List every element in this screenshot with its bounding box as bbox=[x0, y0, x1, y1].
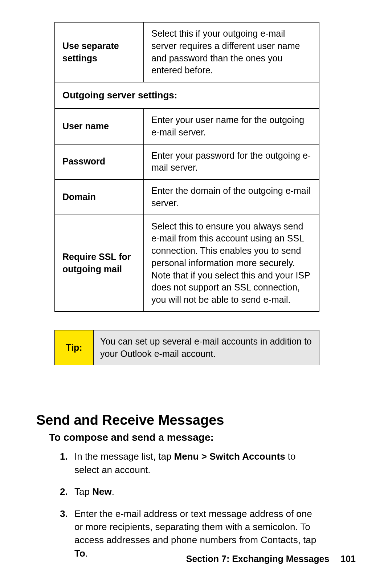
step-text-pre: Enter the e-mail address or text message… bbox=[74, 508, 316, 546]
step-number: 2. bbox=[60, 485, 68, 498]
list-item: 3. Enter the e-mail address or text mess… bbox=[60, 507, 318, 560]
footer-section: Section 7: Exchanging Messages bbox=[186, 554, 330, 564]
footer-page-number: 101 bbox=[340, 554, 356, 564]
steps-list: 1. In the message list, tap Menu > Switc… bbox=[60, 450, 318, 560]
step-number: 3. bbox=[60, 507, 68, 520]
tip-label: Tip: bbox=[55, 330, 94, 365]
table-row: Password Enter your password for the out… bbox=[55, 144, 319, 180]
step-text-pre: In the message list, tap bbox=[74, 451, 174, 462]
setting-description: Select this if your outgoing e-mail serv… bbox=[144, 22, 319, 82]
setting-description: Enter your user name for the outgoing e-… bbox=[144, 109, 319, 144]
tip-box: Tip: You can set up several e-mail accou… bbox=[54, 330, 319, 366]
setting-label: Use separate settings bbox=[55, 22, 144, 82]
setting-label: User name bbox=[55, 109, 144, 144]
setting-description: Select this to ensure you always send e-… bbox=[144, 215, 319, 312]
page-footer: Section 7: Exchanging Messages 101 bbox=[186, 554, 356, 564]
setting-label: Require SSL for outgoing mail bbox=[55, 215, 144, 312]
tip-body: You can set up several e-mail accounts i… bbox=[94, 330, 319, 365]
section-heading: Send and Receive Messages bbox=[36, 412, 356, 428]
setting-label: Password bbox=[55, 144, 144, 180]
page-content: Use separate settings Select this if you… bbox=[0, 0, 392, 560]
list-item: 1. In the message list, tap Menu > Switc… bbox=[60, 450, 318, 476]
step-text-post: . bbox=[112, 486, 114, 497]
setting-label: Domain bbox=[55, 179, 144, 215]
table-row: Require SSL for outgoing mail Select thi… bbox=[55, 215, 319, 312]
sub-heading: To compose and send a message: bbox=[49, 432, 356, 443]
setting-description: Enter your password for the outgoing e-m… bbox=[144, 144, 319, 180]
table-row: User name Enter your user name for the o… bbox=[55, 109, 319, 144]
step-number: 1. bbox=[60, 450, 68, 463]
table-row: Use separate settings Select this if you… bbox=[55, 22, 319, 82]
list-item: 2. Tap New. bbox=[60, 485, 318, 498]
setting-description: Enter the domain of the outgoing e-mail … bbox=[144, 179, 319, 215]
table-row: Domain Enter the domain of the outgoing … bbox=[55, 179, 319, 215]
step-text-bold: New bbox=[92, 486, 111, 497]
step-text-post: . bbox=[85, 548, 88, 559]
table-section-header: Outgoing server settings: bbox=[55, 82, 319, 109]
settings-table: Use separate settings Select this if you… bbox=[54, 22, 319, 312]
step-text-pre: Tap bbox=[74, 486, 92, 497]
table-section-header-row: Outgoing server settings: bbox=[55, 82, 319, 109]
step-text-bold: Menu > Switch Accounts bbox=[174, 451, 285, 462]
step-text-bold: To bbox=[74, 548, 85, 559]
